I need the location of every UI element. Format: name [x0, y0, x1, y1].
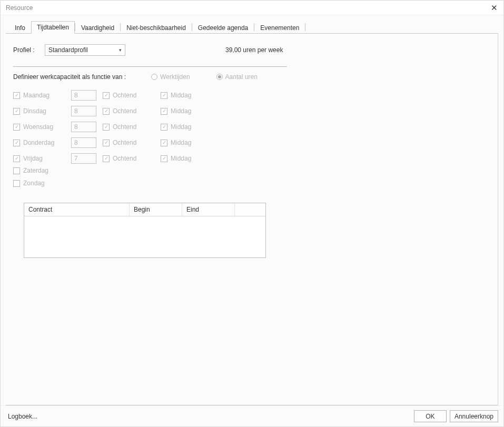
logboek-link[interactable]: Logboek...: [8, 413, 37, 420]
cancel-button[interactable]: Annuleerknop: [450, 410, 498, 422]
col-eind[interactable]: Eind: [182, 203, 235, 216]
profile-label: Profiel :: [13, 46, 45, 54]
hours-donderdag[interactable]: 8: [71, 137, 96, 148]
footer-buttons: OK Annuleerknop: [414, 410, 498, 422]
radio-aantal-uren[interactable]: Aantal uren: [216, 73, 258, 81]
tab-tijdtabellen[interactable]: Tijdtabellen: [31, 21, 75, 34]
weekend-block: Zaterdag Zondag: [13, 167, 490, 187]
tab-info[interactable]: Info: [9, 22, 31, 34]
check-middag-donderdag[interactable]: ✓Middag: [161, 139, 213, 146]
table-header: Contract Begin Eind: [24, 203, 265, 216]
window-title: Resource: [6, 4, 33, 12]
ok-button[interactable]: OK: [414, 410, 447, 422]
titlebar: Resource ✕: [1, 1, 503, 15]
check-woensdag[interactable]: ✓Woensdag: [13, 123, 71, 131]
checkmark-icon: ✓: [161, 108, 167, 115]
col-begin[interactable]: Begin: [130, 203, 182, 216]
check-middag-vrijdag[interactable]: ✓Middag: [161, 155, 213, 162]
radio-werktijden[interactable]: Werktijden: [151, 73, 190, 81]
checkmark-icon: ✓: [161, 140, 167, 146]
checkmark-icon: ✓: [161, 124, 167, 131]
days-grid: ✓Maandag 8 ✓Ochtend ✓Middag ✓Dinsdag 8 ✓…: [13, 90, 490, 164]
checkmark-icon: ✓: [103, 140, 110, 146]
hours-per-week-label: 39,00 uren per week: [225, 46, 283, 54]
hours-vrijdag[interactable]: 7: [71, 153, 96, 164]
checkmark-icon: ✓: [103, 124, 110, 131]
capacity-radio-group: Werktijden Aantal uren: [151, 73, 258, 81]
checkmark-icon: ✓: [13, 140, 20, 146]
checkmark-icon: ✓: [103, 108, 110, 115]
capacity-row: Definieer werkcapaciteit als functie van…: [13, 73, 490, 81]
checkmark-icon: ✓: [13, 124, 20, 131]
check-middag-maandag[interactable]: ✓Middag: [161, 92, 213, 99]
profile-selected: Standardprofil: [48, 46, 88, 54]
checkbox-icon: [13, 180, 20, 187]
checkmark-icon: ✓: [161, 92, 167, 99]
check-ochtend-donderdag[interactable]: ✓Ochtend: [103, 139, 161, 146]
tab-niet-beschikbaarheid[interactable]: Niet-beschikbaarheid: [121, 22, 192, 34]
check-zondag[interactable]: Zondag: [13, 180, 490, 187]
tab-gedeelde-agenda[interactable]: Gedeelde agenda: [192, 22, 254, 34]
table-body[interactable]: [24, 216, 265, 257]
check-middag-woensdag[interactable]: ✓Middag: [161, 123, 213, 131]
tab-vaardigheid[interactable]: Vaardigheid: [75, 22, 120, 34]
checkmark-icon: ✓: [13, 108, 20, 115]
chevron-down-icon: ▾: [119, 47, 122, 53]
profile-combo[interactable]: Standardprofil ▾: [45, 44, 125, 56]
section-divider: [13, 66, 287, 67]
contract-table: Contract Begin Eind: [24, 203, 266, 258]
check-dinsdag[interactable]: ✓Dinsdag: [13, 107, 71, 115]
checkmark-icon: ✓: [103, 92, 110, 99]
dialog-footer: Logboek... OK Annuleerknop: [1, 405, 503, 426]
checkmark-icon: ✓: [103, 155, 110, 162]
capacity-label: Definieer werkcapaciteit als functie van…: [13, 73, 126, 81]
check-ochtend-maandag[interactable]: ✓Ochtend: [103, 92, 161, 99]
checkmark-icon: ✓: [13, 155, 20, 162]
hours-dinsdag[interactable]: 8: [71, 106, 96, 116]
check-maandag[interactable]: ✓Maandag: [13, 92, 71, 99]
tab-evenementen[interactable]: Evenementen: [254, 22, 305, 34]
tab-strip: Info Tijdtabellen Vaardigheid Niet-besch…: [9, 21, 498, 33]
tab-panel-tijdtabellen: Profiel : Standardprofil ▾ 39,00 uren pe…: [6, 33, 498, 405]
check-vrijdag[interactable]: ✓Vrijdag: [13, 155, 71, 162]
col-spacer: [235, 203, 265, 216]
check-ochtend-dinsdag[interactable]: ✓Ochtend: [103, 107, 161, 115]
hours-maandag[interactable]: 8: [71, 90, 96, 101]
checkmark-icon: ✓: [13, 92, 20, 99]
hours-woensdag[interactable]: 8: [71, 122, 96, 132]
radio-icon: [216, 74, 223, 80]
resource-dialog: Resource ✕ Info Tijdtabellen Vaardigheid…: [0, 0, 504, 427]
check-middag-dinsdag[interactable]: ✓Middag: [161, 107, 213, 115]
dialog-body: Info Tijdtabellen Vaardigheid Niet-besch…: [1, 15, 503, 405]
profile-row: Profiel : Standardprofil ▾ 39,00 uren pe…: [13, 44, 490, 56]
check-ochtend-vrijdag[interactable]: ✓Ochtend: [103, 155, 161, 162]
tab-separator: [305, 23, 305, 31]
close-icon[interactable]: ✕: [489, 3, 499, 13]
radio-icon: [151, 74, 157, 80]
checkbox-icon: [13, 167, 20, 174]
check-ochtend-woensdag[interactable]: ✓Ochtend: [103, 123, 161, 131]
check-donderdag[interactable]: ✓Donderdag: [13, 139, 71, 146]
check-zaterdag[interactable]: Zaterdag: [13, 167, 490, 174]
col-contract[interactable]: Contract: [24, 203, 130, 216]
checkmark-icon: ✓: [161, 155, 167, 162]
